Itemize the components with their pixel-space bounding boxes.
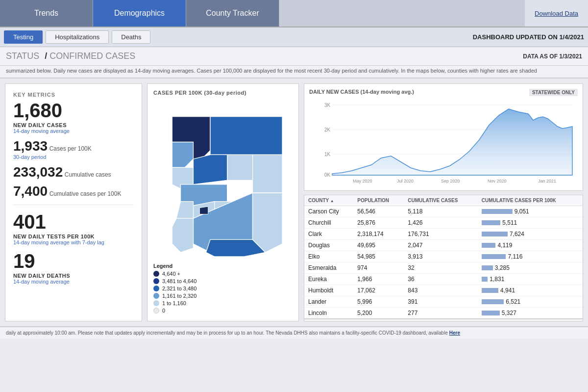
sub-tab-hospitalizations[interactable]: Hospitalizations (46, 30, 109, 44)
status-prefix: STATUS (6, 51, 39, 61)
col-population[interactable]: POPULATION (353, 195, 404, 206)
cell-per-100k: 3,285 (478, 262, 583, 274)
footer-link[interactable]: Here (449, 330, 460, 336)
table-row: Lander5,9963916,521 (304, 296, 583, 308)
key-metrics-panel: KEY METRICS 1,680 NEW DAILY CASES 14-day… (5, 83, 142, 321)
legend-item-0: 4,640 + (153, 271, 293, 277)
cell-cumulative-cases: 391 (404, 296, 477, 308)
svg-text:1K: 1K (324, 152, 331, 157)
svg-marker-15 (199, 207, 208, 214)
daily-deaths-sublabel: 14-day moving average (13, 279, 134, 285)
sub-tab-deaths[interactable]: Deaths (112, 30, 150, 44)
legend-label-4: 1 to 1,160 (162, 300, 186, 306)
new-daily-cases-label: NEW DAILY CASES (13, 122, 134, 128)
statewide-badge: STATEWIDE ONLY (529, 89, 578, 96)
cell-per-100k: 6,521 (478, 296, 583, 308)
footer-text: daily at approximately 10:00 am. Please … (6, 330, 448, 336)
table-row: Churchill25,8761,4265,511 (304, 217, 583, 229)
new-daily-cases-group: 1,680 NEW DAILY CASES 14-day moving aver… (13, 100, 134, 134)
daily-deaths-label: NEW DAILY DEATHS (13, 273, 134, 279)
svg-text:2K: 2K (324, 127, 331, 132)
svg-marker-5 (227, 155, 253, 180)
chart-area: DAILY NEW CASES (14-day moving avg.) STA… (304, 83, 583, 191)
cases-per-100k-value: 1,933 (13, 138, 48, 154)
status-title: STATUS / CONFIRMED CASES (6, 51, 138, 61)
cell-cumulative-cases: 2,047 (404, 240, 477, 251)
legend-item-1: 3,481 to 4,640 (153, 278, 293, 284)
daily-deaths-group: 19 NEW DAILY DEATHS 14-day moving averag… (13, 250, 134, 285)
legend-dot-1 (153, 278, 159, 284)
cell-population: 17,062 (353, 285, 404, 296)
cell-population: 54,985 (353, 251, 404, 262)
table-total-row: Total 3,149,234 233,032 7,400 (304, 319, 583, 320)
svg-text:Sep 2020: Sep 2020 (441, 179, 460, 183)
daily-tests-sublabel: 14-day moving average with 7-day lag (13, 239, 134, 245)
cell-county: Clark (304, 229, 353, 240)
cell-county: Lander (304, 296, 353, 308)
daily-tests-value: 401 (13, 211, 134, 233)
cases-per-100k-sublabel: 30-day period (13, 154, 134, 160)
svg-text:0K: 0K (324, 172, 331, 178)
cell-population: 2,318,174 (353, 229, 404, 240)
col-county[interactable]: COUNTY ▲ (304, 195, 353, 206)
cell-population: 5,996 (353, 296, 404, 308)
new-daily-cases-value: 1,680 (13, 100, 134, 121)
legend-dot-4 (153, 300, 159, 306)
table-row: Douglas49,6952,0474,119 (304, 240, 583, 251)
cell-population: 974 (353, 262, 404, 274)
daily-tests-label: NEW DAILY TESTS PER 100K (13, 234, 134, 239)
cell-population: 25,876 (353, 217, 404, 229)
cumulative-cases-group: 233,032 Cumulative cases (13, 165, 134, 180)
cell-per-100k: 4,119 (478, 240, 583, 251)
legend-label-3: 1,161 to 2,320 (162, 293, 196, 299)
svg-marker-4 (193, 155, 227, 184)
cell-county: Lincoln (304, 308, 353, 319)
cell-cumulative-cases: 843 (404, 285, 477, 296)
sub-tab-testing[interactable]: Testing (4, 30, 43, 44)
cumulative-per-100k-value: 7,400 (13, 183, 48, 199)
key-metrics-label: KEY METRICS (13, 92, 134, 98)
table-header-row: COUNTY ▲ POPULATION CUMULATIVE CASES CUM… (304, 195, 583, 206)
cell-per-100k: 4,941 (478, 285, 583, 296)
cell-per-100k: 5,327 (478, 308, 583, 319)
legend-label-5: 0 (162, 308, 165, 314)
svg-marker-14 (253, 193, 283, 252)
cell-cumulative-cases: 277 (404, 308, 477, 319)
svg-marker-6 (253, 155, 283, 193)
confirmed-cases-title: CONFIRMED CASES (49, 51, 135, 61)
cell-cumulative-cases: 32 (404, 262, 477, 274)
tab-county-tracker[interactable]: County Tracker (186, 0, 279, 26)
table-row: Humboldt17,0628434,941 (304, 285, 583, 296)
legend-dot-2 (153, 286, 159, 291)
download-link[interactable]: Download Data (525, 0, 588, 26)
top-navigation: Trends Demographics County Tracker Downl… (0, 0, 588, 27)
cumulative-cases-suffix: Cumulative cases (65, 171, 111, 178)
sort-arrow-county: ▲ (330, 199, 334, 203)
cases-per-100k-group: 1,933 Cases per 100K 30-day period (13, 139, 134, 160)
table-wrapper[interactable]: COUNTY ▲ POPULATION CUMULATIVE CASES CUM… (304, 195, 583, 320)
main-content: KEY METRICS 1,680 NEW DAILY CASES 14-day… (0, 78, 588, 326)
svg-marker-2 (210, 117, 282, 155)
legend-label-2: 2,321 to 3,480 (162, 286, 196, 291)
tab-demographics[interactable]: Demographics (93, 0, 186, 26)
col-cumulative-per-100k[interactable]: CUMULATIVE CASES PER 100K (478, 195, 583, 206)
cell-county: Eureka (304, 274, 353, 285)
legend-dot-5 (153, 308, 159, 314)
sub-navigation: Testing Hospitalizations Deaths DASHBOAR… (0, 27, 588, 47)
cumulative-per-100k-suffix: Cumulative cases per 100K (49, 190, 122, 197)
total-population-cell: 3,149,234 (353, 319, 404, 320)
county-table: COUNTY ▲ POPULATION CUMULATIVE CASES CUM… (304, 195, 583, 320)
col-cumulative-cases[interactable]: CUMULATIVE CASES (404, 195, 477, 206)
legend-item-4: 1 to 1,160 (153, 300, 293, 306)
table-area: COUNTY ▲ POPULATION CUMULATIVE CASES CUM… (304, 195, 583, 321)
table-row: Lincoln5,2002775,327 (304, 308, 583, 319)
cell-per-100k: 1,831 (478, 274, 583, 285)
cases-per-100k-suffix: Cases per 100K (49, 145, 92, 152)
tab-trends[interactable]: Trends (0, 0, 93, 26)
chart-header: DAILY NEW CASES (14-day moving avg.) STA… (309, 89, 578, 96)
new-daily-cases-sublabel: 14-day moving average (13, 128, 134, 134)
cell-cumulative-cases: 36 (404, 274, 477, 285)
dashboard-updated: DASHBOARD UPDATED ON 1/4/2021 (473, 33, 584, 41)
cell-population: 1,966 (353, 274, 404, 285)
total-cases-cell: 233,032 (404, 319, 477, 320)
